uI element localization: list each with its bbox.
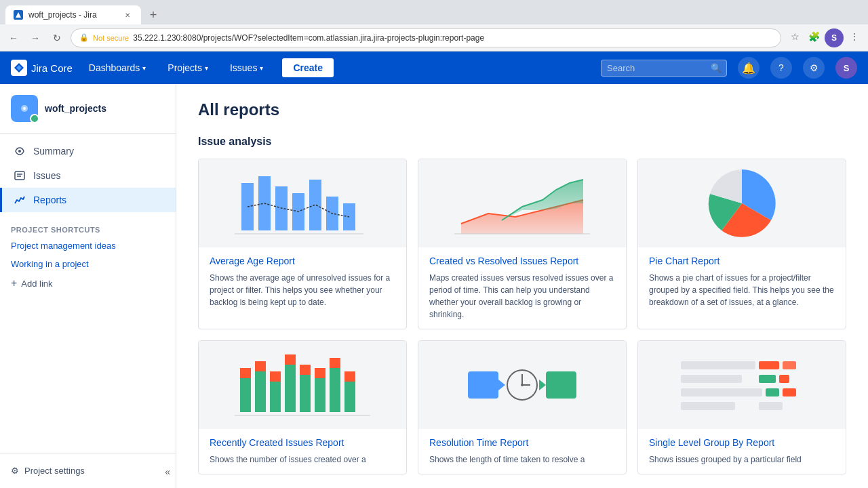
settings-button[interactable]: ⚙ [803,57,825,79]
help-button[interactable]: ? [770,57,792,79]
shortcut-working-in-project[interactable]: Working in a project [0,255,176,273]
svg-point-6 [18,150,21,152]
report-title-created-vs-resolved: Created vs Resolved Issues Report [429,256,615,266]
create-button[interactable]: Create [282,58,334,77]
projects-chevron: ▾ [205,64,208,72]
report-title-pie-chart: Pie Chart Report [649,256,835,266]
dashboards-label: Dashboards [89,62,140,73]
jira-logo-icon [11,60,27,76]
svg-rect-49 [779,375,789,383]
svg-rect-51 [766,388,779,396]
report-card-body-single-level: Single Level Group By Report Shows issue… [638,429,846,474]
shortcut-label-1: Working in a project [11,259,89,269]
project-avatar [11,95,38,122]
menu-icon[interactable]: ⋮ [846,28,863,45]
extensions-icon[interactable]: 🧩 [806,28,822,45]
summary-icon [13,144,26,158]
dashboards-menu[interactable]: Dashboards ▾ [83,60,152,76]
svg-rect-54 [759,402,783,410]
issues-menu[interactable]: Issues ▾ [224,60,269,76]
report-title-recently-created: Recently Created Issues Report [210,437,395,448]
report-card-single-level[interactable]: Single Level Group By Report Shows issue… [637,340,846,474]
reports-grid: Average Age Report Shows the average age… [198,159,846,474]
svg-rect-45 [759,361,779,369]
project-badge [30,114,39,123]
reports-label: Reports [33,195,66,205]
report-card-average-age[interactable]: Average Age Report Shows the average age… [198,159,407,329]
report-card-resolution-time[interactable]: Resolution Time Report Shows the length … [418,340,627,474]
add-link-button[interactable]: + Add link [0,273,176,293]
browser-tabs: woft_projects - Jira ✕ + [5,0,163,24]
shortcut-label-0: Project management ideas [11,241,116,251]
sidebar-project[interactable]: woft_projects [0,84,176,134]
new-tab-button[interactable]: + [144,5,163,24]
project-settings-link[interactable]: ⚙ Project settings [11,462,165,480]
tab-close-button[interactable]: ✕ [122,9,133,20]
report-card-image-pie-chart [638,159,846,247]
forward-button[interactable]: → [27,30,43,46]
reports-icon [13,193,26,207]
notifications-button[interactable]: 🔔 [738,57,760,79]
sidebar-item-reports[interactable]: Reports [0,188,176,212]
back-button[interactable]: ← [5,30,22,46]
svg-rect-28 [300,365,311,375]
sidebar-item-issues[interactable]: Issues [0,163,176,188]
jira-logo[interactable]: Jira Core [11,60,73,76]
dashboards-chevron: ▾ [142,64,146,72]
user-avatar[interactable]: S [835,57,857,79]
svg-point-5 [23,107,26,110]
report-desc-created-vs-resolved: Maps created issues versus resolved issu… [429,272,615,321]
report-card-image-average-age [199,159,406,247]
svg-rect-27 [300,375,311,412]
sidebar-navigation: Summary Issues Reports [0,134,176,218]
sidebar-collapse-button[interactable]: « [165,466,170,477]
report-title-average-age: Average Age Report [210,256,395,266]
svg-rect-53 [681,402,735,410]
svg-marker-42 [539,380,546,390]
report-card-image-resolution-time [418,341,626,429]
report-card-image-recently-created [199,341,406,429]
report-card-image-single-level [638,341,846,429]
projects-menu[interactable]: Projects ▾ [162,60,214,76]
reload-button[interactable]: ↻ [49,30,65,46]
svg-rect-14 [309,180,321,230]
svg-rect-19 [240,378,251,412]
browser-chrome: woft_projects - Jira ✕ + [0,0,868,24]
report-card-recently-created[interactable]: Recently Created Issues Report Shows the… [198,340,407,474]
active-tab[interactable]: woft_projects - Jira ✕ [5,5,141,24]
toolbar-icons: ☆ 🧩 S ⋮ [787,28,863,47]
address-bar[interactable]: 🔒 Not secure 35.222.1.230:8080/projects/… [71,28,781,47]
issues-chevron: ▾ [260,64,263,72]
sidebar: woft_projects Summary [0,84,176,488]
report-card-body-pie-chart: Pie Chart Report Shows a pie chart of is… [638,247,846,317]
star-icon[interactable]: ☆ [787,28,803,45]
svg-rect-34 [344,371,355,382]
report-desc-resolution-time: Shows the length of time taken to resolv… [429,453,615,466]
issues-label: Issues [230,62,257,73]
profile-icon[interactable]: S [825,28,844,47]
svg-rect-20 [240,368,251,378]
add-icon: + [11,277,17,289]
report-title-resolution-time: Resolution Time Report [429,437,615,448]
svg-rect-25 [285,365,296,412]
search-input[interactable] [601,60,727,77]
section-title: Issue analysis [198,136,846,148]
report-card-image-created-vs-resolved [418,159,626,247]
svg-rect-21 [255,371,266,412]
svg-rect-33 [344,382,355,412]
report-desc-average-age: Shows the average age of unresolved issu… [210,272,395,308]
search-icon: 🔍 [711,63,722,73]
main-content: All reports Issue analysis [176,84,868,488]
report-card-pie-chart[interactable]: Pie Chart Report Shows a pie chart of is… [637,159,846,329]
search-container: 🔍 [601,60,727,77]
browser-toolbar: ← → ↻ 🔒 Not secure 35.222.1.230:8080/pro… [0,24,868,52]
report-card-created-vs-resolved[interactable]: Created vs Resolved Issues Report Maps c… [418,159,627,329]
add-link-label: Add link [21,279,52,289]
shortcut-project-management[interactable]: Project management ideas [0,237,176,255]
report-title-single-level: Single Level Group By Report [649,437,835,448]
issues-icon [13,169,26,182]
svg-rect-50 [681,388,762,396]
svg-marker-37 [498,380,505,390]
report-card-body-created-vs-resolved: Created vs Resolved Issues Report Maps c… [418,247,626,329]
sidebar-item-summary[interactable]: Summary [0,139,176,163]
